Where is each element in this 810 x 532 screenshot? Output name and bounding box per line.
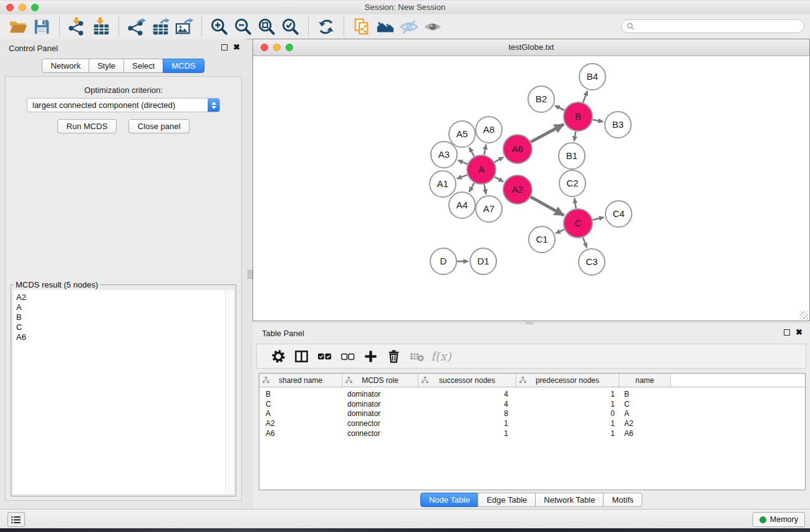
import-table-icon[interactable]	[89, 16, 113, 37]
graph-node-C4[interactable]: C4	[605, 201, 632, 227]
table-cell[interactable]: C	[619, 400, 671, 409]
column-header-predecessor-nodes[interactable]: predecessor nodes	[516, 374, 619, 387]
table-cell[interactable]: 4	[418, 400, 516, 409]
table-cell[interactable]: A2	[259, 419, 342, 428]
graph-node-C2[interactable]: C2	[559, 170, 586, 196]
edge-B-B3[interactable]	[593, 120, 604, 122]
first-neighbors-icon[interactable]	[374, 16, 397, 37]
table-cell[interactable]: 1	[418, 429, 516, 438]
graph-node-A3[interactable]: A3	[431, 142, 457, 168]
resize-grip-icon[interactable]	[800, 311, 808, 319]
graph-node-C3[interactable]: C3	[579, 249, 605, 275]
column-header-name[interactable]: name	[619, 374, 671, 387]
edge-B-B2[interactable]	[555, 105, 565, 110]
edge-B-B1[interactable]	[574, 132, 576, 142]
network-canvas[interactable]: AA1A2A3A4A5A6A7A8BB1B2B3B4CC1C2C3C4DD1	[253, 56, 809, 321]
table-cell[interactable]: 1	[516, 429, 619, 438]
column-header-successor-nodes[interactable]: successor nodes	[418, 374, 516, 387]
graph-node-A[interactable]: A	[467, 155, 496, 184]
table-cell[interactable]: A6	[619, 429, 671, 438]
deselect-all-icon[interactable]	[336, 347, 359, 365]
result-list-item[interactable]: A2	[13, 293, 234, 302]
mcds-result-list[interactable]: A2ABCA6	[13, 290, 234, 494]
show-all-icon[interactable]	[421, 16, 445, 37]
zoom-in-icon[interactable]	[208, 16, 231, 37]
select-all-icon[interactable]	[313, 347, 336, 365]
tab-mcds[interactable]: MCDS	[163, 59, 204, 73]
column-header-shared-name[interactable]: shared name	[259, 374, 342, 387]
edge-C-C1[interactable]	[556, 230, 564, 233]
tab-network-table[interactable]: Network Table	[535, 493, 604, 507]
export-network-icon[interactable]	[125, 16, 148, 37]
table-cell[interactable]: 8	[418, 409, 516, 418]
table-row[interactable]: Cdominator41C	[259, 399, 805, 409]
table-cell[interactable]: connector	[342, 419, 418, 428]
table-cell[interactable]: 1	[418, 419, 516, 428]
delete-table-icon[interactable]	[405, 347, 428, 365]
edge-A2-C[interactable]	[531, 197, 564, 216]
table-cell[interactable]: A2	[619, 419, 671, 428]
new-network-from-selection-icon[interactable]	[350, 16, 374, 37]
result-list-item[interactable]: C	[13, 322, 234, 332]
edge-B-B4[interactable]	[583, 91, 587, 103]
tab-edge-table[interactable]: Edge Table	[478, 493, 536, 507]
table-row[interactable]: Adominator80A	[259, 409, 805, 419]
tab-select[interactable]: Select	[123, 59, 163, 73]
graph-node-C1[interactable]: C1	[529, 226, 555, 253]
graph-node-B1[interactable]: B1	[559, 143, 585, 169]
table-cell[interactable]: 0	[516, 409, 619, 418]
tab-network[interactable]: Network	[42, 59, 89, 73]
table-cell[interactable]: A	[619, 409, 671, 418]
result-list-item[interactable]: B	[13, 312, 234, 322]
table-cell[interactable]: 1	[516, 419, 619, 428]
graph-node-A2[interactable]: A2	[503, 175, 532, 204]
edge-A-A4[interactable]	[469, 183, 474, 192]
table-cell[interactable]: dominator	[342, 400, 418, 409]
refresh-icon[interactable]	[314, 16, 338, 37]
graph-node-C[interactable]: C	[564, 209, 592, 238]
node-table[interactable]: shared nameMCDS rolesuccessor nodesprede…	[259, 373, 806, 490]
graph-node-A6[interactable]: A6	[503, 135, 532, 163]
table-cell[interactable]: dominator	[342, 390, 418, 399]
tab-node-table[interactable]: Node Table	[420, 493, 479, 507]
zoom-out-icon[interactable]	[231, 16, 255, 37]
edge-A-A2[interactable]	[494, 177, 503, 182]
float-table-panel-icon[interactable]	[784, 329, 790, 336]
run-mcds-button[interactable]: Run MCDS	[57, 119, 117, 133]
graph-node-A4[interactable]: A4	[449, 192, 475, 218]
zoom-selected-icon[interactable]	[279, 16, 302, 37]
network-window-titlebar[interactable]: testGlobe.txt	[253, 39, 809, 56]
table-cell[interactable]: dominator	[342, 409, 418, 418]
search-input[interactable]	[635, 22, 804, 31]
graph-node-B2[interactable]: B2	[528, 86, 554, 112]
gear-icon[interactable]	[267, 347, 290, 365]
table-row[interactable]: A2connector11A2	[259, 418, 805, 428]
memory-button[interactable]: Memory	[753, 512, 805, 527]
import-network-icon[interactable]	[65, 16, 89, 37]
split-columns-icon[interactable]	[290, 347, 313, 365]
export-table-icon[interactable]	[148, 16, 172, 37]
graph-node-B3[interactable]: B3	[605, 112, 631, 138]
table-cell[interactable]: connector	[342, 429, 418, 438]
function-builder-icon[interactable]: f(x)	[428, 349, 451, 363]
edge-C-C4[interactable]	[592, 217, 604, 220]
float-panel-icon[interactable]	[221, 44, 228, 51]
table-cell[interactable]: A6	[259, 429, 342, 438]
task-history-button[interactable]	[7, 512, 25, 527]
edge-A-A8[interactable]	[484, 145, 486, 155]
hide-selected-icon[interactable]	[397, 16, 421, 37]
result-list-scrollbar[interactable]	[225, 290, 234, 494]
table-cell[interactable]: A	[259, 409, 342, 418]
result-list-item[interactable]: A6	[13, 332, 234, 342]
save-session-icon[interactable]	[30, 16, 54, 37]
network-graph[interactable]: AA1A2A3A4A5A6A7A8BB1B2B3B4CC1C2C3C4DD1	[253, 56, 809, 321]
edge-A-A1[interactable]	[457, 175, 468, 178]
export-image-icon[interactable]	[172, 16, 196, 37]
edge-C-C2[interactable]	[574, 198, 576, 208]
criterion-dropdown[interactable]: largest connected component (directed)	[27, 98, 220, 112]
tab-style[interactable]: Style	[89, 59, 124, 73]
table-cell[interactable]: 1	[516, 400, 619, 409]
graph-node-D[interactable]: D	[430, 248, 456, 274]
edge-C-C3[interactable]	[583, 238, 587, 248]
close-table-panel-icon[interactable]: ✖	[796, 329, 803, 336]
